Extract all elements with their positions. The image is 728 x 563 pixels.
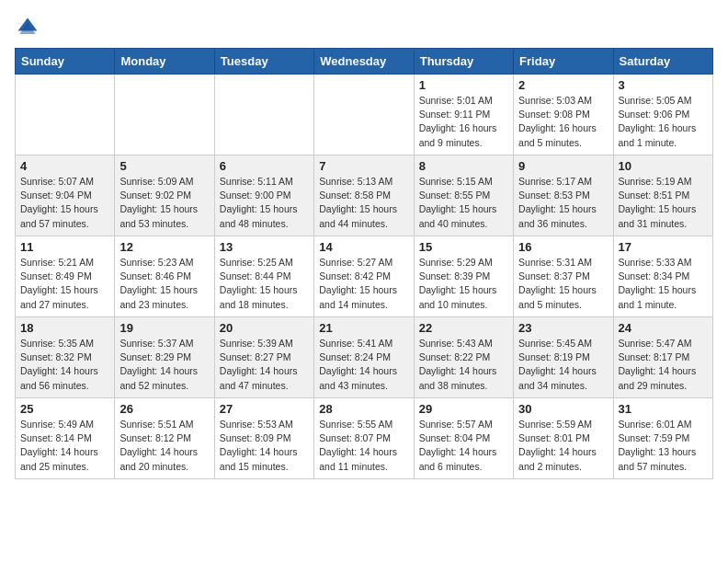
day-info: Sunrise: 5:23 AM Sunset: 8:46 PM Dayligh… bbox=[119, 256, 209, 312]
day-info: Sunrise: 5:09 AM Sunset: 9:02 PM Dayligh… bbox=[119, 175, 209, 231]
weekday-header-friday: Friday bbox=[514, 49, 613, 75]
day-number: 15 bbox=[419, 240, 508, 254]
calendar-cell: 13Sunrise: 5:25 AM Sunset: 8:44 PM Dayli… bbox=[214, 236, 313, 317]
day-number: 24 bbox=[619, 321, 708, 335]
calendar-cell bbox=[214, 75, 313, 155]
calendar-cell: 3Sunrise: 5:05 AM Sunset: 9:06 PM Daylig… bbox=[613, 75, 712, 155]
calendar-cell: 31Sunrise: 6:01 AM Sunset: 7:59 PM Dayli… bbox=[613, 398, 712, 479]
day-info: Sunrise: 5:39 AM Sunset: 8:27 PM Dayligh… bbox=[220, 337, 309, 393]
day-info: Sunrise: 5:49 AM Sunset: 8:14 PM Dayligh… bbox=[20, 418, 109, 474]
weekday-header-sunday: Sunday bbox=[16, 49, 115, 75]
calendar-cell: 23Sunrise: 5:45 AM Sunset: 8:19 PM Dayli… bbox=[514, 317, 613, 398]
calendar-cell: 30Sunrise: 5:59 AM Sunset: 8:01 PM Dayli… bbox=[514, 398, 613, 479]
calendar-cell: 29Sunrise: 5:57 AM Sunset: 8:04 PM Dayli… bbox=[414, 398, 513, 479]
calendar-cell: 19Sunrise: 5:37 AM Sunset: 8:29 PM Dayli… bbox=[115, 317, 214, 398]
day-info: Sunrise: 5:17 AM Sunset: 8:53 PM Dayligh… bbox=[518, 175, 608, 231]
day-number: 27 bbox=[220, 402, 309, 416]
day-number: 29 bbox=[419, 402, 508, 416]
day-info: Sunrise: 5:21 AM Sunset: 8:49 PM Dayligh… bbox=[20, 256, 109, 312]
day-number: 13 bbox=[220, 240, 309, 254]
calendar-cell: 10Sunrise: 5:19 AM Sunset: 8:51 PM Dayli… bbox=[613, 155, 712, 236]
day-number: 25 bbox=[20, 402, 109, 416]
day-info: Sunrise: 5:53 AM Sunset: 8:09 PM Dayligh… bbox=[220, 418, 309, 474]
calendar-week-1: 1Sunrise: 5:01 AM Sunset: 9:11 PM Daylig… bbox=[16, 75, 713, 155]
day-number: 22 bbox=[419, 321, 508, 335]
day-number: 21 bbox=[319, 321, 408, 335]
calendar-cell: 1Sunrise: 5:01 AM Sunset: 9:11 PM Daylig… bbox=[414, 75, 513, 155]
day-info: Sunrise: 5:33 AM Sunset: 8:34 PM Dayligh… bbox=[619, 256, 708, 312]
day-info: Sunrise: 5:15 AM Sunset: 8:55 PM Dayligh… bbox=[419, 175, 508, 231]
day-number: 17 bbox=[619, 240, 708, 254]
logo-icon bbox=[15, 15, 40, 40]
calendar-cell: 15Sunrise: 5:29 AM Sunset: 8:39 PM Dayli… bbox=[414, 236, 513, 317]
day-info: Sunrise: 5:59 AM Sunset: 8:01 PM Dayligh… bbox=[518, 418, 608, 474]
weekday-header-row: SundayMondayTuesdayWednesdayThursdayFrid… bbox=[16, 49, 713, 75]
calendar-cell: 2Sunrise: 5:03 AM Sunset: 9:08 PM Daylig… bbox=[514, 75, 613, 155]
calendar-week-3: 11Sunrise: 5:21 AM Sunset: 8:49 PM Dayli… bbox=[16, 236, 713, 317]
weekday-header-tuesday: Tuesday bbox=[214, 49, 313, 75]
day-info: Sunrise: 6:01 AM Sunset: 7:59 PM Dayligh… bbox=[619, 418, 708, 474]
calendar-cell: 7Sunrise: 5:13 AM Sunset: 8:58 PM Daylig… bbox=[314, 155, 414, 236]
calendar-cell: 21Sunrise: 5:41 AM Sunset: 8:24 PM Dayli… bbox=[314, 317, 414, 398]
day-info: Sunrise: 5:11 AM Sunset: 9:00 PM Dayligh… bbox=[220, 175, 309, 231]
weekday-header-saturday: Saturday bbox=[613, 49, 712, 75]
calendar-cell: 18Sunrise: 5:35 AM Sunset: 8:32 PM Dayli… bbox=[16, 317, 115, 398]
day-info: Sunrise: 5:51 AM Sunset: 8:12 PM Dayligh… bbox=[119, 418, 209, 474]
calendar-cell: 14Sunrise: 5:27 AM Sunset: 8:42 PM Dayli… bbox=[314, 236, 414, 317]
day-number: 2 bbox=[518, 78, 608, 92]
day-number: 11 bbox=[20, 240, 109, 254]
day-info: Sunrise: 5:31 AM Sunset: 8:37 PM Dayligh… bbox=[518, 256, 608, 312]
calendar-cell: 24Sunrise: 5:47 AM Sunset: 8:17 PM Dayli… bbox=[613, 317, 712, 398]
logo bbox=[15, 15, 44, 40]
calendar-cell: 4Sunrise: 5:07 AM Sunset: 9:04 PM Daylig… bbox=[16, 155, 115, 236]
calendar-cell: 12Sunrise: 5:23 AM Sunset: 8:46 PM Dayli… bbox=[115, 236, 214, 317]
day-info: Sunrise: 5:05 AM Sunset: 9:06 PM Dayligh… bbox=[619, 94, 708, 150]
day-number: 9 bbox=[518, 159, 608, 173]
day-info: Sunrise: 5:13 AM Sunset: 8:58 PM Dayligh… bbox=[319, 175, 408, 231]
day-info: Sunrise: 5:03 AM Sunset: 9:08 PM Dayligh… bbox=[518, 94, 608, 150]
day-info: Sunrise: 5:19 AM Sunset: 8:51 PM Dayligh… bbox=[619, 175, 708, 231]
day-number: 3 bbox=[619, 78, 708, 92]
calendar-cell bbox=[314, 75, 414, 155]
day-number: 8 bbox=[419, 159, 508, 173]
day-number: 31 bbox=[619, 402, 708, 416]
day-info: Sunrise: 5:57 AM Sunset: 8:04 PM Dayligh… bbox=[419, 418, 508, 474]
day-number: 30 bbox=[518, 402, 608, 416]
day-number: 14 bbox=[319, 240, 408, 254]
calendar-week-5: 25Sunrise: 5:49 AM Sunset: 8:14 PM Dayli… bbox=[16, 398, 713, 479]
day-info: Sunrise: 5:29 AM Sunset: 8:39 PM Dayligh… bbox=[419, 256, 508, 312]
calendar-cell: 8Sunrise: 5:15 AM Sunset: 8:55 PM Daylig… bbox=[414, 155, 513, 236]
calendar-cell bbox=[16, 75, 115, 155]
day-info: Sunrise: 5:07 AM Sunset: 9:04 PM Dayligh… bbox=[20, 175, 109, 231]
day-info: Sunrise: 5:47 AM Sunset: 8:17 PM Dayligh… bbox=[619, 337, 708, 393]
day-number: 18 bbox=[20, 321, 109, 335]
day-info: Sunrise: 5:25 AM Sunset: 8:44 PM Dayligh… bbox=[220, 256, 309, 312]
day-number: 16 bbox=[518, 240, 608, 254]
day-number: 7 bbox=[319, 159, 408, 173]
day-number: 23 bbox=[518, 321, 608, 335]
day-info: Sunrise: 5:01 AM Sunset: 9:11 PM Dayligh… bbox=[419, 94, 508, 150]
day-number: 28 bbox=[319, 402, 408, 416]
calendar-cell: 26Sunrise: 5:51 AM Sunset: 8:12 PM Dayli… bbox=[115, 398, 214, 479]
day-info: Sunrise: 5:37 AM Sunset: 8:29 PM Dayligh… bbox=[119, 337, 209, 393]
day-info: Sunrise: 5:41 AM Sunset: 8:24 PM Dayligh… bbox=[319, 337, 408, 393]
weekday-header-thursday: Thursday bbox=[414, 49, 513, 75]
weekday-header-monday: Monday bbox=[115, 49, 214, 75]
calendar-cell: 25Sunrise: 5:49 AM Sunset: 8:14 PM Dayli… bbox=[16, 398, 115, 479]
day-number: 6 bbox=[220, 159, 309, 173]
day-number: 5 bbox=[119, 159, 209, 173]
day-number: 26 bbox=[119, 402, 209, 416]
day-info: Sunrise: 5:43 AM Sunset: 8:22 PM Dayligh… bbox=[419, 337, 508, 393]
calendar-cell: 16Sunrise: 5:31 AM Sunset: 8:37 PM Dayli… bbox=[514, 236, 613, 317]
weekday-header-wednesday: Wednesday bbox=[314, 49, 414, 75]
calendar-cell bbox=[115, 75, 214, 155]
page-header bbox=[15, 15, 713, 40]
calendar-week-2: 4Sunrise: 5:07 AM Sunset: 9:04 PM Daylig… bbox=[16, 155, 713, 236]
calendar-cell: 28Sunrise: 5:55 AM Sunset: 8:07 PM Dayli… bbox=[314, 398, 414, 479]
calendar-week-4: 18Sunrise: 5:35 AM Sunset: 8:32 PM Dayli… bbox=[16, 317, 713, 398]
calendar-cell: 22Sunrise: 5:43 AM Sunset: 8:22 PM Dayli… bbox=[414, 317, 513, 398]
day-number: 4 bbox=[20, 159, 109, 173]
day-info: Sunrise: 5:27 AM Sunset: 8:42 PM Dayligh… bbox=[319, 256, 408, 312]
day-info: Sunrise: 5:55 AM Sunset: 8:07 PM Dayligh… bbox=[319, 418, 408, 474]
day-info: Sunrise: 5:35 AM Sunset: 8:32 PM Dayligh… bbox=[20, 337, 109, 393]
